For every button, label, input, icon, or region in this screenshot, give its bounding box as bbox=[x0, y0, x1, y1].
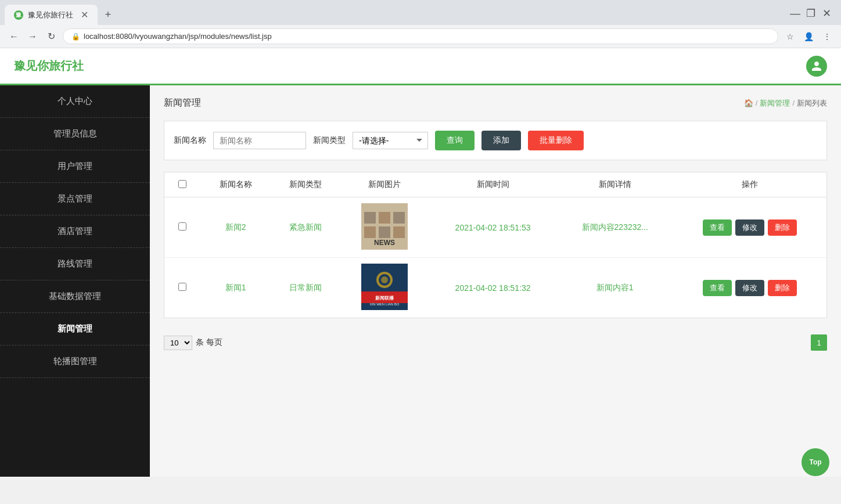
window-controls: — ❐ ✕ bbox=[790, 8, 836, 22]
row1-ops: 查看 修改 删除 bbox=[673, 197, 826, 258]
back-button[interactable]: ← bbox=[7, 30, 21, 44]
row2-view-button[interactable]: 查看 bbox=[703, 280, 732, 296]
browser-tab[interactable]: 豫 豫见你旅行社 ✕ bbox=[5, 5, 98, 25]
row1-time: 2021-04-02 18:51:53 bbox=[429, 197, 557, 258]
user-icon bbox=[811, 60, 822, 72]
search-name-label: 新闻名称 bbox=[174, 135, 206, 146]
sidebar-item-carousel-management[interactable]: 轮播图管理 bbox=[0, 345, 150, 378]
row2-time: 2021-04-02 18:51:32 bbox=[429, 258, 557, 318]
row1-edit-button[interactable]: 修改 bbox=[735, 219, 764, 236]
row2-checkbox-cell bbox=[164, 258, 201, 318]
search-name-input[interactable] bbox=[213, 132, 306, 149]
row2-delete-button[interactable]: 删除 bbox=[768, 280, 797, 296]
table-body: 新闻2 紧急新闻 bbox=[164, 197, 826, 318]
per-page-select[interactable]: 10 20 50 bbox=[164, 336, 192, 350]
row1-delete-button[interactable]: 删除 bbox=[768, 219, 797, 236]
select-all-checkbox[interactable] bbox=[178, 180, 186, 188]
search-bar: 新闻名称 新闻类型 -请选择- 紧急新闻 日常新闻 查询 添加 批量删除 bbox=[164, 121, 827, 160]
sidebar-item-personal-center[interactable]: 个人中心 bbox=[0, 85, 150, 118]
tab-title: 豫见你旅行社 bbox=[28, 10, 73, 20]
row1-name-link[interactable]: 新闻2 bbox=[225, 222, 246, 232]
row1-detail[interactable]: 新闻内容223232... bbox=[557, 197, 673, 258]
row1-checkbox-cell bbox=[164, 197, 201, 258]
top-label: Top bbox=[809, 458, 821, 466]
svg-point-14 bbox=[381, 276, 388, 283]
bookmark-icon[interactable]: ☆ bbox=[783, 30, 797, 44]
query-button[interactable]: 查询 bbox=[435, 131, 475, 150]
breadcrumb-news-management[interactable]: 新闻管理 bbox=[760, 98, 790, 109]
row2-name: 新闻1 bbox=[201, 258, 271, 318]
row2-img: 新闻联播 XIN WEN LIAN BO bbox=[340, 258, 429, 318]
col-type: 新闻类型 bbox=[271, 172, 340, 197]
row2-checkbox[interactable] bbox=[178, 283, 186, 291]
row2-edit-button[interactable]: 修改 bbox=[735, 280, 764, 296]
sidebar-item-user-management[interactable]: 用户管理 bbox=[0, 150, 150, 183]
row1-view-button[interactable]: 查看 bbox=[703, 219, 732, 236]
svg-rect-4 bbox=[364, 226, 376, 238]
row1-checkbox[interactable] bbox=[178, 222, 186, 231]
svg-text:新闻联播: 新闻联播 bbox=[375, 295, 394, 301]
svg-rect-5 bbox=[379, 226, 390, 238]
search-type-select[interactable]: -请选择- 紧急新闻 日常新闻 bbox=[353, 132, 428, 149]
breadcrumb-home[interactable]: 🏠 bbox=[744, 99, 753, 107]
svg-text:XIN WEN LIAN BO: XIN WEN LIAN BO bbox=[369, 303, 399, 306]
menu-icon[interactable]: ⋮ bbox=[820, 30, 834, 44]
row1-news-image: NEWS bbox=[361, 203, 408, 250]
row2-detail[interactable]: 新闻内容1 bbox=[557, 258, 673, 318]
sidebar-item-base-data-management[interactable]: 基础数据管理 bbox=[0, 280, 150, 313]
col-name: 新闻名称 bbox=[201, 172, 271, 197]
back-to-top-button[interactable]: Top bbox=[802, 448, 829, 476]
lock-icon: 🔒 bbox=[71, 33, 80, 41]
close-button[interactable]: ✕ bbox=[822, 8, 832, 17]
reload-button[interactable]: ↻ bbox=[44, 30, 58, 44]
svg-rect-2 bbox=[379, 212, 390, 224]
sidebar-item-route-management[interactable]: 路线管理 bbox=[0, 248, 150, 280]
new-tab-button[interactable]: + bbox=[100, 7, 116, 23]
user-avatar[interactable] bbox=[806, 56, 827, 77]
sidebar-item-hotel-management[interactable]: 酒店管理 bbox=[0, 215, 150, 248]
page-numbers: 1 bbox=[811, 334, 827, 351]
minimize-button[interactable]: — bbox=[790, 8, 799, 17]
row2-type: 日常新闻 bbox=[271, 258, 340, 318]
svg-text:NEWS: NEWS bbox=[374, 239, 395, 247]
svg-rect-6 bbox=[393, 226, 405, 238]
svg-rect-3 bbox=[393, 212, 405, 224]
row2-name-link[interactable]: 新闻1 bbox=[225, 283, 246, 292]
row1-ops-cell: 查看 修改 删除 bbox=[682, 219, 817, 236]
page-header: 新闻管理 🏠 / 新闻管理 / 新闻列表 bbox=[164, 97, 827, 109]
col-img: 新闻图片 bbox=[340, 172, 429, 197]
breadcrumb-current: 新闻列表 bbox=[797, 98, 827, 109]
row2-ops-cell: 查看 修改 删除 bbox=[682, 280, 817, 296]
row1-name: 新闻2 bbox=[201, 197, 271, 258]
batch-delete-button[interactable]: 批量删除 bbox=[528, 131, 584, 150]
browser-chrome: 豫 豫见你旅行社 ✕ + — ❐ ✕ ← → ↻ 🔒 localhost:808… bbox=[0, 0, 841, 48]
page-1-button[interactable]: 1 bbox=[811, 334, 827, 351]
main-content: 新闻管理 🏠 / 新闻管理 / 新闻列表 新闻名称 新闻类型 -请选择- 紧急新… bbox=[150, 85, 841, 477]
url-bar[interactable]: 🔒 localhost:8080/lvyouwangzhan/jsp/modul… bbox=[63, 28, 778, 44]
user-account-icon[interactable]: 👤 bbox=[802, 30, 815, 44]
table-row: 新闻1 日常新闻 新闻联播 XIN WEN LIAN BO bbox=[164, 258, 826, 318]
breadcrumb: 🏠 / 新闻管理 / 新闻列表 bbox=[744, 98, 827, 109]
svg-rect-1 bbox=[364, 212, 376, 224]
forward-button[interactable]: → bbox=[26, 30, 39, 44]
sidebar-item-admin-info[interactable]: 管理员信息 bbox=[0, 118, 150, 150]
sidebar: 个人中心 管理员信息 用户管理 景点管理 酒店管理 路线管理 基础数据管理 新闻… bbox=[0, 85, 150, 477]
per-page-label: 条 每页 bbox=[196, 337, 222, 348]
app-header: 豫见你旅行社 bbox=[0, 48, 841, 85]
url-text: localhost:8080/lvyouwangzhan/jsp/modules… bbox=[84, 32, 272, 41]
news-table-container: 新闻名称 新闻类型 新闻图片 新闻时间 新闻详情 操作 bbox=[164, 172, 827, 318]
tab-close-button[interactable]: ✕ bbox=[81, 9, 88, 20]
sidebar-item-scenic-management[interactable]: 景点管理 bbox=[0, 183, 150, 215]
col-time: 新闻时间 bbox=[429, 172, 557, 197]
breadcrumb-sep-1: / bbox=[756, 99, 758, 107]
add-button[interactable]: 添加 bbox=[481, 131, 521, 150]
address-actions: ☆ 👤 ⋮ bbox=[783, 30, 834, 44]
address-bar: ← → ↻ 🔒 localhost:8080/lvyouwangzhan/jsp… bbox=[0, 25, 841, 48]
col-ops: 操作 bbox=[673, 172, 826, 197]
pagination-bar: 10 20 50 条 每页 1 bbox=[164, 327, 827, 358]
sidebar-item-news-management[interactable]: 新闻管理 bbox=[0, 313, 150, 345]
row2-ops: 查看 修改 删除 bbox=[673, 258, 826, 318]
breadcrumb-sep-2: / bbox=[792, 99, 795, 107]
maximize-button[interactable]: ❐ bbox=[806, 8, 815, 17]
row1-img: NEWS bbox=[340, 197, 429, 258]
